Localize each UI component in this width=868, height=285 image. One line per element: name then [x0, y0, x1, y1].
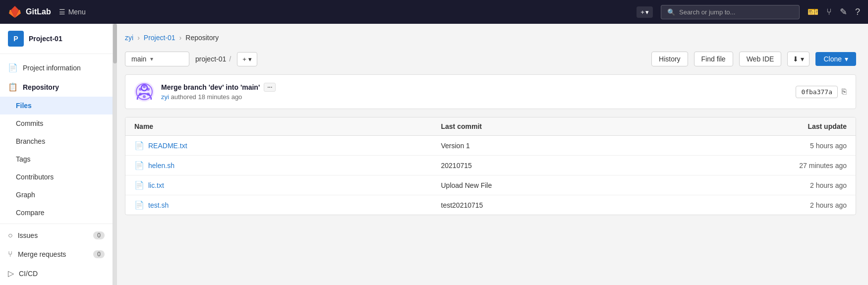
file-name-text[interactable]: helen.sh: [148, 162, 174, 170]
project-avatar: P: [8, 31, 24, 47]
sidebar-item-repository[interactable]: 📋 Repository: [0, 77, 113, 97]
menu-button[interactable]: ☰ Menu: [59, 8, 86, 16]
download-button[interactable]: ⬇ ▾: [787, 52, 810, 66]
commit-time: 18 minutes ago: [198, 93, 242, 101]
sidebar-item-project-information[interactable]: 📄 Project information: [0, 58, 113, 77]
file-icon-sh: 📄: [134, 161, 144, 170]
download-chevron-icon: ▾: [801, 55, 804, 63]
cicd-icon: ▷: [8, 269, 14, 278]
commit-ellipsis-button[interactable]: ···: [264, 83, 276, 92]
svg-point-7: [139, 93, 142, 96]
nav-icons: 🎫 ⑂ ✎ ?: [808, 6, 860, 17]
create-new-button[interactable]: + ▾: [637, 6, 653, 18]
path-project: project-01: [195, 55, 226, 63]
breadcrumb-current: Repository: [185, 34, 219, 42]
sidebar-label-merge-requests: Merge requests: [18, 250, 66, 258]
help-icon[interactable]: ?: [855, 7, 860, 17]
branch-selector[interactable]: main ▾: [125, 52, 189, 66]
sidebar-item-compare[interactable]: Compare: [0, 204, 113, 222]
todo-icon[interactable]: ✎: [840, 6, 847, 17]
commit-bar: Merge branch 'dev' into 'main' ··· zyi a…: [125, 74, 856, 109]
sidebar-label-compare: Compare: [16, 209, 45, 217]
col-header-last-update: Last update: [748, 122, 847, 130]
file-name-lic[interactable]: 📄 lic.txt: [134, 180, 441, 190]
main-inner: zyi › Project-01 › Repository main ▾ pro…: [113, 24, 868, 225]
commit-message-text[interactable]: Merge branch 'dev' into 'main': [161, 83, 260, 91]
project-name: Project-01: [29, 35, 62, 43]
file-table: Name Last commit Last update 📄 README.tx…: [125, 117, 856, 215]
add-file-button[interactable]: + ▾: [237, 52, 257, 66]
file-last-update: 2 hours ago: [748, 181, 847, 189]
path-slash: /: [229, 55, 231, 63]
file-name-text[interactable]: test.sh: [148, 201, 169, 209]
file-name-test[interactable]: 📄 test.sh: [134, 200, 441, 210]
file-last-commit: Upload New File: [441, 181, 748, 189]
sidebar-project-header[interactable]: P Project-01: [0, 24, 113, 54]
sidebar-nav: 📄 Project information 📋 Repository Files…: [0, 54, 113, 285]
table-row: 📄 helen.sh 20210715 27 minutes ago: [125, 156, 856, 175]
hamburger-icon: ☰: [59, 8, 65, 16]
file-icon-sh: 📄: [134, 200, 144, 210]
file-name-text[interactable]: README.txt: [148, 142, 187, 150]
branch-name: main: [131, 55, 146, 63]
web-ide-button[interactable]: Web IDE: [739, 52, 782, 66]
commit-authored-label: authored: [171, 93, 198, 101]
commit-info: Merge branch 'dev' into 'main' ··· zyi a…: [161, 83, 789, 101]
sidebar-item-branches[interactable]: Branches: [0, 132, 113, 150]
file-icon-txt: 📄: [134, 180, 144, 190]
gitlab-logo[interactable]: GitLab: [8, 5, 51, 19]
sidebar-item-graph[interactable]: Graph: [0, 186, 113, 204]
sidebar-item-cicd[interactable]: ▷ CI/CD: [0, 264, 113, 283]
commit-meta: zyi authored 18 minutes ago: [161, 93, 789, 101]
history-button[interactable]: History: [651, 52, 688, 66]
breadcrumb-project[interactable]: Project-01: [144, 34, 175, 42]
col-header-last-commit: Last commit: [441, 122, 748, 130]
chevron-down-icon: ▾: [645, 8, 649, 16]
breadcrumb: zyi › Project-01 › Repository: [125, 34, 856, 42]
sidebar-label-issues: Issues: [18, 231, 38, 239]
sidebar-label-files: Files: [16, 102, 32, 110]
sidebar-label-project-information: Project information: [23, 64, 81, 72]
plus-icon: +: [242, 56, 246, 63]
file-last-update: 5 hours ago: [748, 142, 847, 150]
copy-icon[interactable]: ⎘: [842, 87, 847, 96]
sidebar-item-commits[interactable]: Commits: [0, 114, 113, 132]
author-avatar: [134, 82, 154, 102]
main-content: zyi › Project-01 › Repository main ▾ pro…: [113, 24, 868, 285]
clone-label: Clone: [823, 55, 842, 63]
table-row: 📄 test.sh test20210715 2 hours ago: [125, 195, 856, 215]
sidebar-label-tags: Tags: [16, 155, 31, 163]
file-name-helen[interactable]: 📄 helen.sh: [134, 161, 441, 170]
issues-badge: 0: [93, 231, 105, 239]
file-last-commit: Version 1: [441, 142, 748, 150]
sidebar-item-contributors[interactable]: Contributors: [0, 168, 113, 186]
file-name-readme[interactable]: 📄 README.txt: [134, 141, 441, 150]
file-name-text[interactable]: lic.txt: [148, 181, 164, 189]
sidebar: P Project-01 📄 Project information 📋 Rep…: [0, 24, 113, 285]
issues-icon: ○: [8, 231, 13, 240]
merge-request-icon[interactable]: ⑂: [826, 7, 832, 17]
sidebar-label-commits: Commits: [16, 119, 43, 127]
commit-author[interactable]: zyi: [161, 93, 169, 101]
breadcrumb-zyi[interactable]: zyi: [125, 34, 133, 42]
file-icon-txt: 📄: [134, 141, 144, 150]
file-last-commit: 20210715: [441, 162, 748, 170]
find-file-button[interactable]: Find file: [694, 52, 733, 66]
search-icon: 🔍: [667, 8, 675, 16]
sidebar-label-contributors: Contributors: [16, 173, 54, 181]
sidebar-item-merge-requests[interactable]: ⑂ Merge requests 0: [0, 245, 113, 264]
sidebar-item-files[interactable]: Files: [0, 97, 113, 114]
repo-header: main ▾ project-01 / + ▾ History Find fi: [125, 52, 856, 66]
svg-point-5: [147, 93, 150, 96]
sidebar-item-tags[interactable]: Tags: [0, 150, 113, 168]
token-icon[interactable]: 🎫: [808, 6, 818, 17]
commit-hash-box: 0fba377a ⎘: [796, 86, 847, 98]
clone-button[interactable]: Clone ▾: [815, 52, 856, 66]
sidebar-item-issues[interactable]: ○ Issues 0: [0, 226, 113, 245]
commit-hash[interactable]: 0fba377a: [796, 86, 838, 98]
search-bar[interactable]: 🔍 Search or jump to...: [661, 5, 800, 19]
sidebar-label-graph: Graph: [16, 191, 35, 199]
breadcrumb-sep-1: ›: [137, 34, 140, 42]
sidebar-label-branches: Branches: [16, 137, 45, 145]
sidebar-label-cicd: CI/CD: [19, 270, 38, 278]
